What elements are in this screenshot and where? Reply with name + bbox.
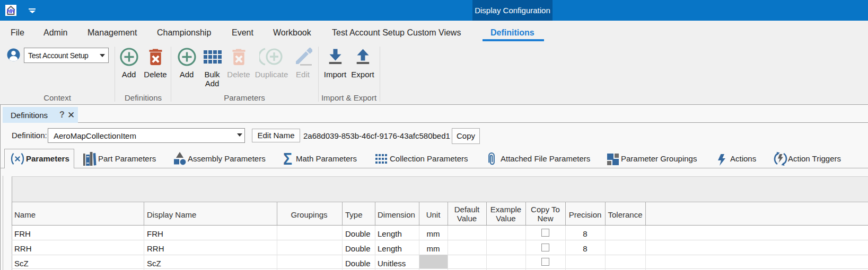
svg-text:HH: HH (7, 8, 15, 14)
